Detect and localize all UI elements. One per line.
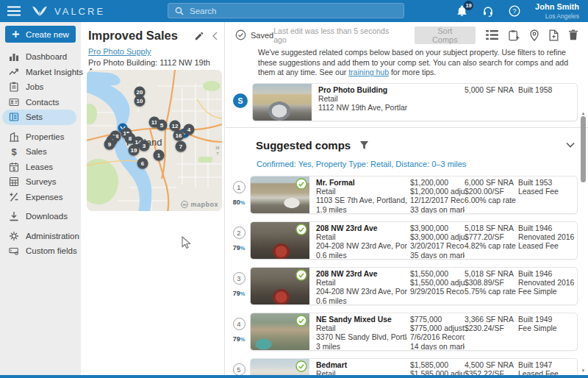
- clipboard-add-icon: [509, 29, 520, 41]
- surveys-icon: [9, 176, 19, 187]
- sidebar-item-label: Sets: [26, 113, 43, 121]
- funnel-icon: [359, 140, 369, 150]
- create-new-button[interactable]: Create new: [5, 26, 76, 43]
- support-button[interactable]: [482, 5, 494, 17]
- sidebar-item-properties[interactable]: Properties: [2, 129, 76, 145]
- comp-metrics-column: 5,018 SF NRA$777.20/SF4.82% cap rate: [465, 222, 518, 259]
- comp-name: 208 NW 23rd Ave: [316, 224, 407, 233]
- comp-renovated: Renovated 2016: [518, 233, 577, 242]
- vertical-scrollbar[interactable]: ▲ ▼: [579, 110, 587, 374]
- job-link[interactable]: Pro Photo Supply: [88, 47, 224, 56]
- sidebar-item-expenses[interactable]: Expenses: [2, 190, 76, 205]
- comp-card[interactable]: BedmartRetail935 NE Broadway St, Portlan…: [250, 358, 578, 376]
- search-input[interactable]: Search: [168, 3, 404, 18]
- search-placeholder: Search: [190, 7, 216, 15]
- sales-icon: $: [9, 146, 19, 157]
- subject-type: Retail: [318, 95, 407, 104]
- plus-icon: [12, 30, 20, 38]
- map-marker-6[interactable]: 6: [137, 158, 148, 169]
- chevron-down-icon: [566, 142, 575, 148]
- help-button[interactable]: ?: [509, 5, 520, 17]
- comps-toolbar: Saved Last edit was less than 5 seconds …: [226, 22, 588, 45]
- map-marker-3[interactable]: 3: [139, 140, 150, 151]
- list-view-button[interactable]: [486, 30, 498, 40]
- comp-sale-date: 9/29/2015 Recorded: [410, 288, 465, 296]
- sidebar-item-downloads[interactable]: Downloads: [2, 209, 76, 224]
- sidebar-item-contacts[interactable]: Contacts: [2, 95, 76, 110]
- map-pin-icon: [530, 29, 539, 41]
- comp-photo: [251, 359, 309, 376]
- map-marker-9[interactable]: 9: [104, 139, 115, 150]
- dashboard-icon: [9, 51, 19, 62]
- comp-sale-date: 7/6/2016 Recorded: [410, 333, 465, 342]
- comp-rank-column: 479%: [230, 313, 248, 343]
- comp-distance: 0.6 miles: [316, 252, 407, 260]
- map-marker-7[interactable]: 7: [176, 141, 187, 152]
- user-location: Los Angeles: [535, 13, 579, 20]
- sidebar-item-custom-fields[interactable]: Custom fields: [2, 243, 76, 259]
- confirmed-check-icon: [295, 224, 307, 235]
- comp-match-score: 79%: [230, 244, 248, 252]
- comp-price-column: $1,550,000$1,550,000 adjusted9/29/2015 R…: [410, 268, 465, 304]
- sidebar-item-sales[interactable]: $Sales: [2, 144, 76, 160]
- sidebar-item-dashboard[interactable]: Dashboard: [2, 49, 76, 65]
- delete-set-button[interactable]: [569, 29, 578, 40]
- map-marker-16[interactable]: 16: [173, 130, 184, 141]
- comp-sale-date: 12/12/2017 Recorded: [410, 196, 465, 205]
- sidebar-item-administration[interactable]: Administration: [2, 229, 76, 244]
- comp-sale-date: 3/20/2017 Recorded: [410, 242, 465, 251]
- scroll-down-arrow[interactable]: ▼: [579, 368, 587, 374]
- comps-map[interactable]: Portland 201011512416151882914371916MT m…: [87, 70, 222, 211]
- jobs-icon: [9, 82, 19, 92]
- collapse-section-button[interactable]: [566, 142, 575, 148]
- headset-icon: [482, 5, 494, 17]
- topbar: VALCRE Search 19 ? John Smith Los Ang: [0, 0, 588, 22]
- sidebar-item-surveys[interactable]: Surveys: [2, 174, 76, 190]
- subject-badge: S: [233, 93, 248, 108]
- sidebar-item-jobs[interactable]: Jobs: [2, 79, 76, 95]
- notifications-button[interactable]: 19: [456, 5, 467, 17]
- map-marker-1[interactable]: 1: [154, 150, 165, 161]
- comp-renovated: Renovated 2016: [518, 279, 577, 288]
- comp-rank-column: 279%: [230, 221, 248, 252]
- filters-summary[interactable]: Confirmed: Yes, Property Type: Retail, D…: [226, 151, 588, 176]
- map-attribution-label: mapbox: [190, 201, 218, 208]
- map-marker-4[interactable]: 4: [184, 124, 195, 135]
- map-marker-19[interactable]: 19: [129, 145, 140, 156]
- comp-match-score: 80%: [230, 199, 248, 206]
- confirmed-check-icon: [295, 360, 307, 372]
- comps-panel: Saved Last edit was less than 5 seconds …: [226, 22, 588, 375]
- filter-button[interactable]: [359, 140, 369, 150]
- map-marker-5[interactable]: 5: [157, 120, 168, 131]
- comp-card[interactable]: Mr. FormalRetail1103 SE 7th Ave, Portlan…: [250, 176, 578, 214]
- menu-icon[interactable]: [7, 6, 21, 16]
- sidebar-item-sets[interactable]: Sets: [2, 110, 76, 125]
- valcre-logo-icon: [31, 5, 49, 18]
- comp-match-score: 79%: [230, 335, 248, 343]
- training-hub-link[interactable]: training hub: [348, 68, 389, 76]
- comp-card[interactable]: NE Sandy Mixed UseRetail3370 NE Sandy Bl…: [250, 313, 578, 351]
- map-marker-10[interactable]: 10: [135, 96, 146, 107]
- comp-rank-column: 578%: [230, 358, 248, 376]
- comp-address: 3370 NE Sandy Blvd, Portland, OR: [316, 333, 407, 342]
- user-menu[interactable]: John Smith Los Angeles: [535, 2, 579, 19]
- comp-card[interactable]: 208 NW 23rd AveRetail204-208 NW 23rd Ave…: [250, 221, 578, 260]
- sort-comps-button[interactable]: Sort Comps: [415, 26, 476, 44]
- map-view-button[interactable]: [530, 29, 539, 41]
- sidebar-item-market-insights[interactable]: Market Insights: [2, 65, 76, 80]
- scroll-up-arrow[interactable]: ▲: [579, 110, 587, 116]
- comp-card[interactable]: 208 NW 23rd AveRetail204-208 NW 23rd Ave…: [250, 267, 578, 305]
- subject-card[interactable]: Pro Photo Building Retail 1112 NW 19th A…: [252, 83, 578, 121]
- edit-set-button[interactable]: [194, 31, 204, 41]
- sidebar-item-label: Sales: [26, 147, 47, 156]
- export-report-button[interactable]: [549, 29, 559, 41]
- comp-photo: [251, 313, 309, 350]
- comp-metrics-column: 4,500 SF NRA$352.22/SF5.17% cap rate: [465, 359, 518, 376]
- add-to-job-button[interactable]: [509, 29, 520, 41]
- subject-name: Pro Photo Building: [318, 86, 407, 95]
- pencil-icon: [194, 31, 204, 41]
- comp-year-built: Built 1953: [518, 179, 577, 188]
- scrollbar-thumb[interactable]: [581, 116, 586, 182]
- sidebar-item-leases[interactable]: $Leases: [2, 160, 76, 175]
- collapse-panel-button[interactable]: [212, 32, 218, 40]
